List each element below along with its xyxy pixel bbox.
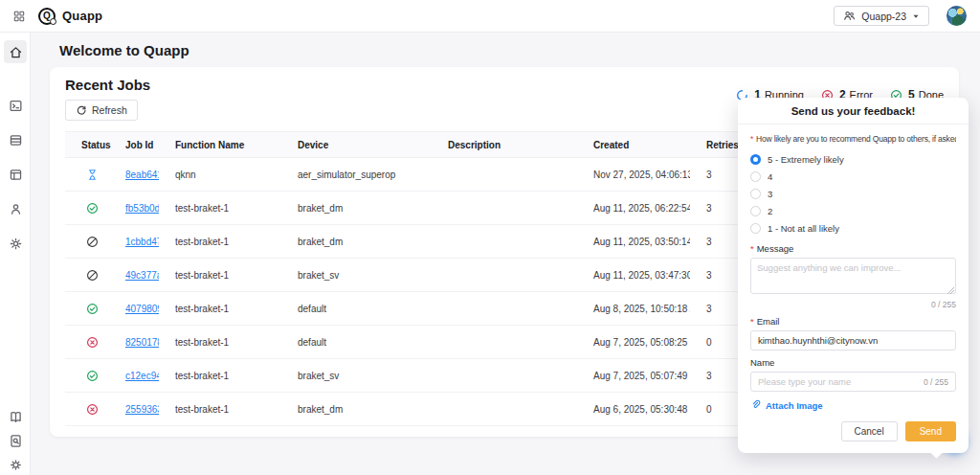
refresh-label: Refresh xyxy=(92,104,127,116)
message-textarea[interactable] xyxy=(750,258,956,294)
radio-button-icon[interactable] xyxy=(750,171,761,182)
description-cell xyxy=(432,192,577,225)
refresh-button[interactable]: Refresh xyxy=(65,100,138,121)
created-cell: Aug 8, 2025, 10:50:18 AM xyxy=(577,292,690,326)
radio-button-icon[interactable] xyxy=(750,206,761,216)
created-cell: Aug 11, 2025, 06:22:54 PM xyxy=(577,192,690,225)
top-bar: Q Quapp Quapp-23 xyxy=(0,0,980,33)
hourglass-icon xyxy=(86,169,99,181)
name-label: Name xyxy=(750,357,956,368)
email-field[interactable] xyxy=(758,335,948,346)
sidebar xyxy=(0,33,31,475)
chevron-down-icon xyxy=(912,12,920,20)
sidebar-item-team-icon[interactable] xyxy=(4,197,27,220)
rating-option-label: 2 xyxy=(768,206,772,216)
device-cell: braket_sv xyxy=(281,359,432,393)
function-name-cell: test-braket-1 xyxy=(159,259,281,292)
created-cell: Nov 27, 2025, 04:06:13 PM xyxy=(577,158,690,192)
function-name-cell: qknn xyxy=(159,158,281,192)
rating-option[interactable]: 2 xyxy=(750,202,956,219)
created-cell: Aug 7, 2025, 05:08:25 PM xyxy=(577,326,690,359)
description-cell xyxy=(432,326,577,359)
description-cell xyxy=(432,359,577,393)
rating-radio-group: 5 - Extremely likely4321 - Not at all li… xyxy=(750,150,956,237)
created-cell: Aug 11, 2025, 03:47:30 PM xyxy=(577,259,690,292)
description-cell xyxy=(432,158,577,192)
device-cell: braket_dm xyxy=(281,192,432,225)
logo-icon: Q xyxy=(38,8,56,25)
rating-option[interactable]: 5 - Extremely likely xyxy=(750,150,956,168)
message-char-counter: 0 / 255 xyxy=(750,300,956,309)
rating-option-label: 4 xyxy=(768,171,772,182)
check-circle-icon xyxy=(86,202,99,215)
sidebar-item-server-icon[interactable] xyxy=(4,128,27,151)
rating-option[interactable]: 1 - Not at all likely xyxy=(750,219,956,237)
sidebar-item-file-search-icon[interactable] xyxy=(4,429,27,452)
send-button[interactable]: Send xyxy=(905,421,956,441)
description-cell xyxy=(432,225,577,259)
paperclip-icon xyxy=(750,399,761,412)
rating-option-label: 1 - Not at all likely xyxy=(768,223,839,234)
column-header-status: Status xyxy=(65,132,109,158)
feedback-title: Send us your feedback! xyxy=(738,98,969,124)
radio-button-icon[interactable] xyxy=(750,154,761,165)
name-char-counter: 0 / 255 xyxy=(924,377,948,387)
message-label: *Message xyxy=(750,243,956,254)
job-id-link[interactable]: 8eab641c xyxy=(125,170,159,180)
recent-jobs-title: Recent Jobs xyxy=(65,77,150,93)
radio-button-icon[interactable] xyxy=(750,223,761,234)
column-header-created: Created xyxy=(577,132,690,158)
feedback-modal: Send us your feedback! *How likely are y… xyxy=(738,98,969,453)
sidebar-item-plugin-icon[interactable] xyxy=(4,453,27,475)
job-id-link[interactable]: c12ec945 xyxy=(125,371,159,381)
email-label: *Email xyxy=(750,316,956,327)
job-id-link[interactable]: 82501788 xyxy=(125,337,159,348)
apps-grid-icon[interactable] xyxy=(13,11,25,22)
device-cell: default xyxy=(281,326,432,359)
rating-option-label: 3 xyxy=(768,189,772,199)
error-circle-icon xyxy=(86,336,99,349)
required-asterisk: * xyxy=(750,243,754,254)
name-field[interactable] xyxy=(758,376,918,387)
rating-option[interactable]: 3 xyxy=(750,185,956,202)
sidebar-item-book-icon[interactable] xyxy=(4,405,27,428)
team-icon xyxy=(843,10,856,22)
rating-option-label: 5 - Extremely likely xyxy=(768,154,844,165)
required-asterisk: * xyxy=(750,316,754,327)
sidebar-item-settings-icon[interactable] xyxy=(4,232,27,255)
team-selector-label: Quapp-23 xyxy=(861,11,906,22)
column-header-device: Device xyxy=(281,132,432,158)
app-logo: Q Quapp xyxy=(38,8,102,25)
job-id-link[interactable]: 4079809c xyxy=(125,304,159,314)
created-cell: Aug 7, 2025, 05:07:49 PM xyxy=(577,359,690,393)
required-asterisk: * xyxy=(750,134,753,144)
error-circle-icon xyxy=(86,403,99,416)
description-cell xyxy=(432,393,577,426)
brand-name: Quapp xyxy=(62,9,102,23)
column-header-description: Description xyxy=(432,132,577,158)
job-id-link[interactable]: 49c377a8 xyxy=(125,270,159,281)
sidebar-item-window-icon[interactable] xyxy=(4,163,27,186)
function-name-cell: test-braket-1 xyxy=(159,326,281,359)
radio-button-icon[interactable] xyxy=(750,189,761,199)
function-name-cell: test-braket-1 xyxy=(159,192,281,225)
created-cell: Aug 6, 2025, 05:30:48 PM xyxy=(577,393,690,426)
attach-image-link[interactable]: Attach Image xyxy=(750,399,956,412)
cancel-button[interactable]: Cancel xyxy=(841,421,898,441)
device-cell: braket_dm xyxy=(281,393,432,426)
function-name-cell: test-braket-1 xyxy=(159,292,281,326)
function-name-cell: test-braket-1 xyxy=(159,225,281,259)
page-title: Welcome to Quapp xyxy=(59,42,189,58)
avatar[interactable] xyxy=(947,6,967,26)
rating-option[interactable]: 4 xyxy=(750,168,956,185)
job-id-link[interactable]: fb53b0df xyxy=(125,203,159,214)
job-id-link[interactable]: 1cbbd470 xyxy=(125,237,159,247)
job-id-link[interactable]: 2559363f xyxy=(125,404,159,415)
check-circle-icon xyxy=(86,303,99,315)
slash-circle-icon xyxy=(86,236,99,248)
device-cell: default xyxy=(281,292,432,326)
sidebar-item-terminal-icon[interactable] xyxy=(4,94,27,117)
column-header-job-id: Job Id xyxy=(109,132,159,158)
sidebar-item-home-icon[interactable] xyxy=(4,40,27,63)
team-selector-button[interactable]: Quapp-23 xyxy=(834,6,929,26)
